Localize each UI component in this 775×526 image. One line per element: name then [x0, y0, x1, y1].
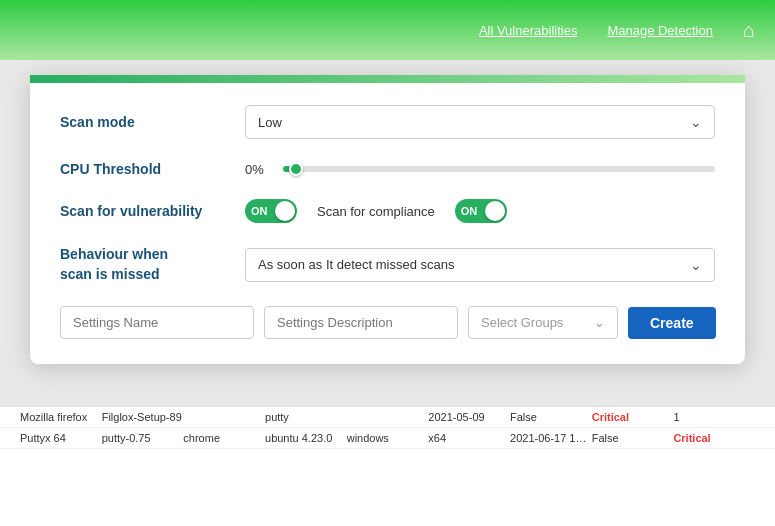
all-vulnerabilities-link[interactable]: All Vulnerabilities: [479, 23, 578, 38]
cpu-threshold-label: CPU Threshold: [60, 161, 245, 177]
toggle-on-text: ON: [247, 205, 272, 217]
home-icon[interactable]: ⌂: [743, 19, 755, 42]
cpu-threshold-value: 0%: [245, 162, 273, 177]
manage-detection-link[interactable]: Manage Detection: [607, 23, 713, 38]
table-row: Puttyx 64 putty-0.75 chrome ubuntu 4.23.…: [0, 428, 775, 449]
cell-platform: windows: [347, 432, 429, 444]
scan-mode-label: Scan mode: [60, 114, 245, 130]
scan-compliance-toggle[interactable]: ON: [455, 199, 507, 223]
chevron-down-icon-3: ⌄: [594, 315, 605, 330]
toggle-on-text-2: ON: [457, 205, 482, 217]
slider-thumb[interactable]: [289, 162, 303, 176]
header-nav: All Vulnerabilities Manage Detection ⌂: [479, 19, 755, 42]
table-row: Mozilla firefox Filglox-Setup-89 putty 2…: [0, 407, 775, 428]
modal-top-bar: [30, 75, 745, 83]
scan-mode-dropdown[interactable]: Low ⌄: [245, 105, 715, 139]
cell-status: False: [592, 432, 674, 444]
scan-compliance-label: Scan for compliance: [317, 204, 435, 219]
scan-mode-row: Scan mode Low ⌄: [60, 105, 715, 139]
scan-vulnerability-toggle[interactable]: ON: [245, 199, 297, 223]
cpu-threshold-row: CPU Threshold 0%: [60, 161, 715, 177]
select-groups-dropdown[interactable]: Select Groups ⌄: [468, 306, 618, 339]
chevron-down-icon-2: ⌄: [690, 257, 702, 273]
cell-date: 2021-05-09: [428, 411, 510, 423]
scan-vulnerability-label: Scan for vulnerability: [60, 203, 245, 219]
toggle-circle-2: [485, 201, 505, 221]
create-button[interactable]: Create: [628, 307, 716, 339]
background-table: Mozilla firefox Filglox-Setup-89 putty 2…: [0, 406, 775, 526]
toggle-row: ON Scan for compliance ON: [245, 199, 715, 223]
cell-app: Mozilla firefox: [20, 411, 102, 423]
toggle-circle: [275, 201, 295, 221]
cpu-slider-container: 0%: [245, 162, 715, 177]
cell-count: 1: [673, 411, 755, 423]
cell-package: putty-0.75: [102, 432, 184, 444]
cpu-slider-track[interactable]: [283, 166, 715, 172]
cell-package: Filglox-Setup-89: [102, 411, 184, 423]
cell-arch: x64: [428, 432, 510, 444]
cell-severity: Critical: [592, 411, 674, 423]
select-groups-label: Select Groups: [481, 315, 563, 330]
cell-status: False: [510, 411, 592, 423]
cell-app: Puttyx 64: [20, 432, 102, 444]
bottom-form-row: Select Groups ⌄ Create: [60, 306, 715, 339]
top-header: All Vulnerabilities Manage Detection ⌂: [0, 0, 775, 60]
behaviour-row: Behaviour when scan is missed As soon as…: [60, 245, 715, 284]
chevron-down-icon: ⌄: [690, 114, 702, 130]
behaviour-label: Behaviour when scan is missed: [60, 245, 245, 284]
scan-mode-value: Low: [258, 115, 282, 130]
cell-tool: ubuntu 4.23.0: [265, 432, 347, 444]
cell-os: chrome: [183, 432, 265, 444]
scan-toggles-row: Scan for vulnerability ON Scan for compl…: [60, 199, 715, 223]
behaviour-dropdown[interactable]: As soon as It detect missed scans ⌄: [245, 248, 715, 282]
cell-tool: putty: [265, 411, 347, 423]
settings-description-input[interactable]: [264, 306, 458, 339]
cell-date: 2021-06-17 12.0 MIB: [510, 432, 592, 444]
settings-modal: Scan mode Low ⌄ CPU Threshold 0% Scan fo…: [30, 75, 745, 364]
cell-severity: Critical: [673, 432, 755, 444]
settings-name-input[interactable]: [60, 306, 254, 339]
behaviour-value: As soon as It detect missed scans: [258, 257, 455, 272]
